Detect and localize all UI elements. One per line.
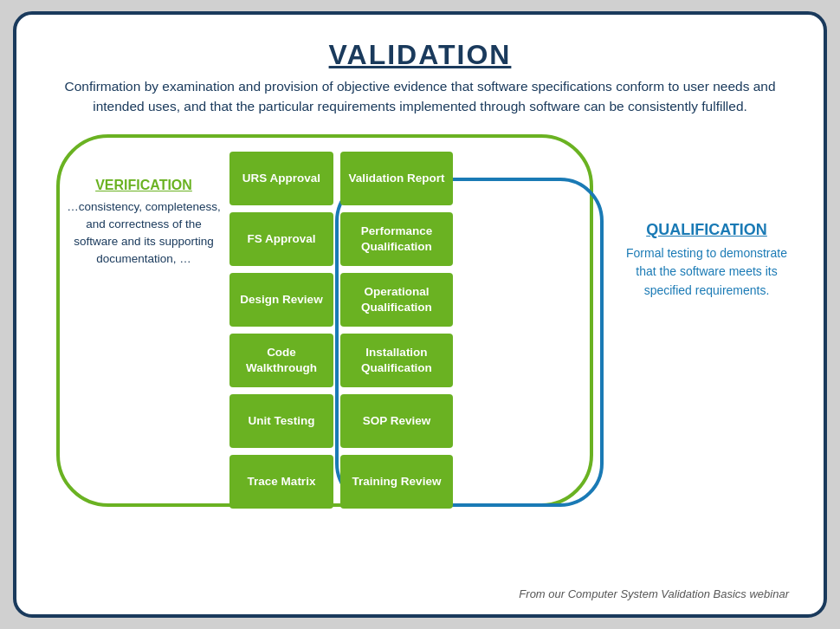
green-box-7: Code Walkthrough bbox=[229, 334, 333, 387]
slide: VALIDATION Confirmation by examination a… bbox=[13, 11, 827, 618]
qualification-title: QUALIFICATION bbox=[616, 221, 798, 239]
boxes-grid: URS ApprovalValidation ReportFS Approval… bbox=[229, 152, 453, 509]
qualification-description: Formal testing to demonstrate that the s… bbox=[616, 244, 798, 301]
verification-title: VERIFICATION bbox=[67, 178, 221, 193]
green-box-5: Design Review bbox=[229, 273, 333, 327]
qualification-block: QUALIFICATION Formal testing to demonstr… bbox=[616, 221, 798, 301]
green-box-10: SOP Review bbox=[340, 394, 453, 448]
green-box-3: FS Approval bbox=[229, 212, 333, 266]
green-box-12: Training Review bbox=[340, 455, 453, 509]
green-box-4: Performance Qualification bbox=[340, 212, 453, 266]
footer-text: From our Computer System Validation Basi… bbox=[48, 587, 792, 600]
green-box-2: Validation Report bbox=[340, 152, 453, 205]
verification-block: VERIFICATION …consistency, completeness,… bbox=[67, 178, 221, 269]
green-box-8: Installation Qualification bbox=[340, 334, 453, 387]
green-box-9: Unit Testing bbox=[229, 394, 333, 448]
green-box-1: URS Approval bbox=[229, 152, 333, 205]
subtitle-text: Confirmation by examination and provisio… bbox=[48, 76, 792, 117]
green-box-6: Operational Qualification bbox=[340, 273, 453, 327]
header: VALIDATION Confirmation by examination a… bbox=[48, 39, 792, 117]
verification-description: …consistency, completeness, and correctn… bbox=[67, 198, 221, 269]
main-area: VERIFICATION …consistency, completeness,… bbox=[48, 134, 792, 581]
green-box-11: Trace Matrix bbox=[229, 455, 333, 509]
main-title: VALIDATION bbox=[48, 39, 792, 71]
